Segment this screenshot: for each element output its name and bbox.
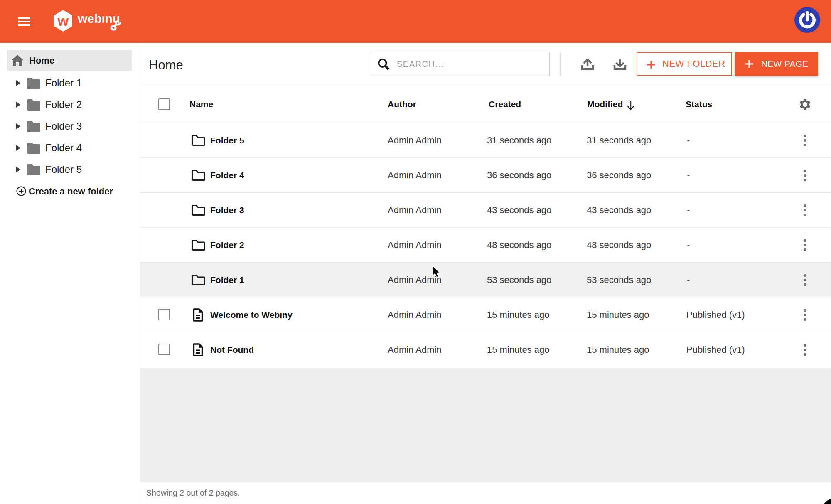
svg-text:w: w [57,13,69,29]
